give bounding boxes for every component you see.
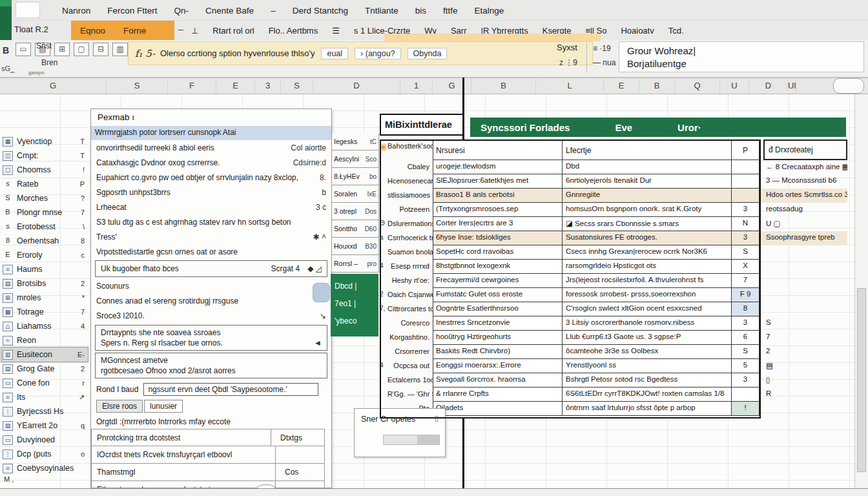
cell-value1[interactable] — [731, 174, 760, 189]
sidebar-item[interactable]: S Morches ? — [1, 191, 88, 205]
dialog-row[interactable]: Tress' ✱ ˄ — [91, 229, 331, 244]
sidebar-item[interactable]: E Eroroly c — [1, 248, 88, 262]
vertical-scrollbar[interactable] — [854, 94, 868, 488]
cell-col1[interactable]: hooûtryg Hztirgeohurts — [433, 331, 562, 345]
cell-value1[interactable] — [731, 388, 760, 402]
dialog-row[interactable]: Rond I baud ngssunt ervn deet Qbdl 'Sayp… — [91, 380, 331, 398]
cell-col2[interactable]: 3 Litsiy oscrorerthanole rosmorv.nibess — [562, 316, 731, 331]
column-header[interactable]: 3 — [255, 78, 281, 94]
cell-col2[interactable]: Susatonsiures FE otrooges. — [562, 231, 731, 245]
mini-scrollbar[interactable] — [383, 435, 440, 445]
cell-col2[interactable]: Bshrgtl Petosr sotod rsc Bgedtess — [562, 373, 731, 388]
cell-col2[interactable]: homsusOrn bsgnporn onork. srat K.Groty — [562, 203, 731, 217]
paste-label[interactable]: Sñst — [36, 41, 52, 50]
column-header[interactable]: Q — [675, 78, 720, 94]
cell-value2[interactable]: Ssoophrasgyre tpreb — [760, 231, 847, 245]
sidebar-item[interactable]: ◫ Cmpt: T — [1, 149, 88, 163]
column-header[interactable]: F — [168, 78, 216, 94]
sidebar-item[interactable]: ▦ Totrage 7 — [1, 305, 88, 319]
cell-col2[interactable]: Jrs(lejeost rocsilestxrfoil. A.thvuleroh… — [562, 274, 731, 288]
dialog-row[interactable]: Pnrotcking trra dcotstest Dtxtgs — [91, 429, 325, 446]
sidebar-item[interactable]: ⋮ Byrjecssti Hs — [1, 404, 88, 418]
cell-col1[interactable]: 8hstgtbnnot lexogexnk — [433, 260, 562, 274]
cell-value2[interactable]: 7 — [760, 331, 847, 345]
cell-col1[interactable]: Corter Irers|ecrtrs are 3 — [433, 217, 562, 231]
cell-value2[interactable] — [760, 288, 847, 302]
table-row[interactable]: Hcenosenecano SlEJlopsruer:6atetkhjes me… — [380, 174, 847, 189]
scrollbar-thumb[interactable] — [857, 288, 866, 472]
cell-value2[interactable]: 3 — Mcosnsssnsti b6 — [760, 174, 847, 189]
cell-value1[interactable]: 3 — [731, 203, 760, 217]
dialog-row[interactable]: MGonncest ametve rgotbcesaeo Ofnoo xnod … — [95, 353, 327, 378]
dialog-row[interactable]: onvorirthsedil turreeki 8 abiol eeris Co… — [91, 140, 331, 155]
column-header[interactable]: B — [639, 78, 675, 94]
name-box[interactable]: Grour Wohreaz| Borjatiluentge — [619, 41, 864, 72]
cell-value1[interactable]: 7 — [731, 274, 760, 288]
mid-cell[interactable]: Rorrsl – pro — [331, 255, 379, 273]
dialog-row[interactable]: Vrpotsttedistartle gcsn ornes oat or aso… — [91, 244, 331, 259]
sidebar-item[interactable]: s Erotobesst \ — [1, 220, 88, 234]
cell-value1[interactable]: ! — [731, 402, 760, 416]
cell-col2[interactable]: 6S6tLtEDrr cyrrT8KDKJOwt! roxten camslas… — [562, 388, 731, 402]
dialog-row[interactable]: Connes anad el sereng srotirdugj rrsguse — [91, 293, 331, 308]
table-row[interactable]: Korgashtino. hooûtryg Hztirgeohurts Llub… — [380, 331, 847, 345]
menu-tab[interactable]: fttfe — [443, 6, 458, 16]
menu-tab[interactable]: Fercon Fttert — [107, 6, 157, 16]
sidebar-item[interactable]: ▤ Grog Gate 2 — [1, 362, 88, 376]
table-row[interactable]: Θ Dslurermations Corter Irers|ecrtrs are… — [380, 217, 847, 231]
cell-value1[interactable]: 3 — [731, 316, 760, 331]
sidebar-item[interactable]: ▭ Cone fon r — [1, 376, 88, 390]
dialog-row[interactable]: S3 tulu dtg as c est ahgrnhag statev rar… — [91, 214, 331, 229]
cell-col2[interactable]: ◪ Secss srars Cbonnssie s.smars — [562, 217, 731, 231]
cell-value2[interactable]: ▯ — [760, 373, 847, 388]
dialog-row[interactable]: Thamstmgl Cos — [91, 464, 325, 481]
cell-value1[interactable]: 8 — [731, 302, 760, 316]
dialog-row[interactable]: Orgtdl :(mrrrerbto Intrrorks mfay eccote — [91, 414, 331, 429]
sidebar-item[interactable]: ▤ Brotsibs 2 — [1, 276, 88, 291]
table-row[interactable]: a Csrrhocerick tna 6hyse Inse: tdsioklig… — [380, 231, 847, 245]
table-row[interactable]: ▣ Bahostterk'soo Nrsuresi Lfecrtje P đ D… — [380, 140, 847, 160]
table-row[interactable]: Coresrco Inestrres Srncetzonvie 3 Litsiy… — [380, 316, 847, 331]
ribbon-tab-active-1[interactable]: Eqnoo — [80, 26, 105, 36]
table-row[interactable]: Ectalcerns 1oo s Svegoall 6orcrrox. hrao… — [380, 373, 847, 388]
cell-value1[interactable]: X — [731, 260, 760, 274]
cell-value1[interactable] — [731, 160, 760, 174]
column-header[interactable]: B — [471, 78, 536, 94]
sidebar-item[interactable]: △ Liahamss 4 — [1, 319, 88, 333]
cell-value2[interactable]: U ▢ — [760, 217, 847, 231]
green-cell-line[interactable]: Dbcd | — [335, 278, 378, 295]
cell-value2[interactable]: 2 — [760, 345, 847, 359]
column-header[interactable]: 1 — [400, 78, 433, 94]
ribbon-item[interactable]: Flo.. Aertbms — [269, 26, 318, 36]
sort-z-icon[interactable]: z ⋮9 — [559, 58, 577, 67]
outline-icon-bottom[interactable]: — nua — [593, 56, 616, 70]
cell-col2[interactable]: C'rsoglcn swlect xltGion ocent esxxcsned — [562, 302, 731, 316]
column-header[interactable]: Ul — [788, 78, 796, 94]
cell-value2[interactable]: R — [760, 388, 847, 402]
cell-value1[interactable]: 3 — [731, 373, 760, 388]
mid-cell[interactable]: Houxxd B30 — [331, 238, 379, 255]
pen-label[interactable]: Bren — [41, 58, 57, 67]
mid-cell[interactable]: 8.ŁyHEv bo — [331, 168, 379, 185]
cell-col2[interactable]: ôntrnrn saaf lrtulurrjo sfsst ôpte p arb… — [562, 402, 731, 416]
cell-col2[interactable]: ôcamteohe 3r3e ss Oolbesx — [562, 345, 731, 359]
sidebar-item[interactable]: ≡ Haums — [1, 262, 88, 276]
menu-tab[interactable]: Qn- — [174, 6, 189, 16]
sidebar-item[interactable]: ⊞ mroles * — [1, 291, 88, 305]
cell-col1[interactable]: (Trrtyxongrsmrosoes.sep — [433, 203, 562, 217]
quick-access-box[interactable] — [16, 2, 40, 18]
cell-col1[interactable]: & rrlanrre Crpfts — [433, 388, 562, 402]
column-header[interactable]: E — [604, 78, 639, 94]
cell-col2[interactable]: Gnnregiite — [562, 189, 731, 203]
cell-value1[interactable]: 6 — [731, 331, 760, 345]
sidebar-item[interactable]: 8 Oerhentsah 8 — [1, 234, 88, 248]
cell-value1[interactable]: P — [731, 140, 760, 160]
cell-value2[interactable] — [760, 274, 847, 288]
formula-chip[interactable]: Obynda — [408, 48, 448, 59]
cell-col2[interactable]: Lfecrtje — [562, 140, 731, 160]
mid-cell[interactable]: 3 otrepl Dos — [331, 203, 379, 220]
sidebar-item[interactable]: ≡ Its ↗ — [1, 390, 88, 404]
cell-value2[interactable] — [760, 402, 847, 416]
cell-value1[interactable]: F 9 — [731, 288, 760, 302]
table-row[interactable]: Cbaley urogeje.tlewlodsm Dbd ← 8 Crecaat… — [380, 160, 847, 174]
